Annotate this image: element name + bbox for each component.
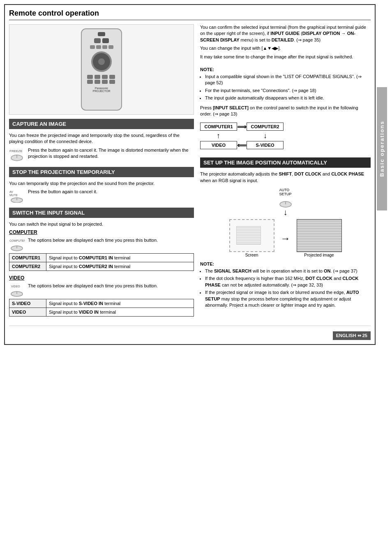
computer2-label: COMPUTER2: [9, 262, 46, 271]
remote-control-image: PanasonicPROJECTOR: [9, 24, 194, 115]
screen-label: Screen: [245, 253, 258, 257]
flow-computer1: COMPUTER1: [200, 123, 237, 131]
auto-setup-button-icon: [278, 196, 293, 208]
arrow-down-large: ↓: [284, 208, 288, 217]
video-desc: Signal input to VIDEO IN terminal: [46, 308, 194, 317]
list-item: The SIGNAL SEARCH will be in operation w…: [205, 268, 371, 274]
switch-input-header: SWITCH THE INPUT SIGNAL: [9, 208, 194, 218]
svg-text:AV: AV: [9, 190, 13, 193]
flow-diagram: COMPUTER1 ⟹ COMPUTER2 ↑ ↓ VIDEO ⟸ S-VIDE…: [200, 123, 284, 149]
computer-subtitle: COMPUTER: [9, 229, 194, 235]
freeze-button-icon: FREEZE: [9, 148, 25, 161]
arrow-up-icon: ↑: [217, 132, 220, 140]
flow-arrow-left: ⟸: [237, 141, 247, 149]
right-col-intro: You can confirm the selected input termi…: [200, 24, 371, 43]
switch-input-section: SWITCH THE INPUT SIGNAL You can switch t…: [9, 208, 194, 317]
flow-svideo: S-VIDEO: [247, 141, 284, 149]
page-number: ENGLISH ⇔ 25: [333, 331, 371, 340]
video-icon-row: VIDEO The options below are displayed ea…: [9, 283, 194, 297]
change-input-text: You can change the input with [▲▼◀▶].: [200, 45, 371, 51]
svg-text:FREEZE: FREEZE: [9, 149, 23, 153]
capture-header: CAPTURE AN IMAGE: [9, 119, 194, 129]
computer-button-icon: COMPUTER: [9, 238, 25, 251]
stop-projection-body: You can temporarily stop the projection …: [9, 180, 194, 187]
note-title: NOTE:: [200, 67, 371, 72]
svg-text:COMPUTER: COMPUTER: [9, 239, 25, 242]
auto-setup-note: NOTE: The SIGNAL SEARCH will be in opera…: [200, 261, 371, 308]
list-item: Input a compatible signal shown in the "…: [205, 74, 371, 86]
remote-brand: PanasonicPROJECTOR: [92, 87, 110, 92]
capture-section: CAPTURE AN IMAGE You can freeze the proj…: [9, 119, 194, 162]
video-button-icon: VIDEO: [9, 284, 25, 297]
computer2-desc: Signal input to COMPUTER2 IN terminal: [46, 262, 194, 271]
flow-computer2: COMPUTER2: [247, 123, 284, 131]
av-mute-text: Press the button again to cancel it.: [28, 189, 97, 195]
auto-setup-diagram-section: AUTOSETUP ↓ Screen: [200, 188, 371, 308]
table-row: COMPUTER1 Signal input to COMPUTER1 IN t…: [9, 254, 194, 262]
list-item: If the dot clock frequency is higher tha…: [205, 275, 371, 288]
auto-setup-header: SET UP THE IMAGE POSITION AUTOMATICALLY: [200, 157, 371, 168]
table-row: S-VIDEO Signal input to S-VIDEO IN termi…: [9, 299, 194, 308]
note-list: Input a compatible signal shown in the "…: [200, 74, 371, 102]
projected-image: [297, 219, 342, 252]
video-subtitle: VIDEO: [9, 275, 194, 281]
flow-top-row: COMPUTER1 ⟹ COMPUTER2: [200, 123, 284, 131]
switch-note: It may take some time to change the imag…: [200, 54, 371, 60]
capture-body: You can freeze the projected image and t…: [9, 132, 194, 145]
basic-operations-sidebar: Basic operations: [377, 87, 387, 210]
svg-text:VIDEO: VIDEO: [11, 285, 20, 288]
page-title: Remote control operation: [9, 9, 371, 20]
projected-label: Projected image: [304, 253, 334, 257]
auto-setup-note-list: The SIGNAL SEARCH will be in operation w…: [200, 268, 371, 308]
svideo-label: S-VIDEO: [9, 299, 46, 308]
stop-projection-header: STOP THE PROJECTION TEMPORARILY: [9, 167, 194, 177]
av-mute-row: AV MUTE Press the button again to cancel…: [9, 189, 194, 203]
table-row: COMPUTER2 Signal input to COMPUTER2 IN t…: [9, 262, 194, 271]
flow-video: VIDEO: [200, 141, 237, 149]
svg-text:MUTE: MUTE: [9, 194, 18, 197]
video-text: The options below are displayed each tim…: [28, 283, 158, 289]
computer-text: The options below are displayed each tim…: [28, 237, 158, 243]
input-select-text: Press [INPUT SELECT] on the control pane…: [200, 105, 371, 118]
note-section: NOTE: Input a compatible signal shown in…: [200, 67, 371, 102]
auto-setup-body: The projector automatically adjusts the …: [200, 171, 371, 184]
list-item: If the projected signal or image is too …: [205, 289, 371, 308]
auto-setup-label: AUTOSETUP: [279, 188, 291, 196]
flow-bottom-row: VIDEO ⟸ S-VIDEO: [200, 141, 284, 149]
computer1-label: COMPUTER1: [9, 254, 46, 262]
flow-arrow-right: ⟹: [237, 123, 247, 131]
freeze-row: FREEZE Press the button again to cancel …: [9, 147, 194, 162]
list-item: The input guide automatically disappears…: [205, 95, 371, 101]
computer-table: COMPUTER1 Signal input to COMPUTER1 IN t…: [9, 253, 194, 271]
stop-projection-section: STOP THE PROJECTION TEMPORARILY You can …: [9, 167, 194, 203]
auto-arrow-right-icon: →: [281, 233, 291, 244]
video-table: S-VIDEO Signal input to S-VIDEO IN termi…: [9, 299, 194, 317]
av-mute-button-icon: AV MUTE: [9, 190, 25, 203]
computer1-desc: Signal input to COMPUTER1 IN terminal: [46, 254, 194, 262]
list-item: For the input terminals, see "Connection…: [205, 88, 371, 94]
svideo-desc: Signal input to S-VIDEO IN terminal: [46, 299, 194, 308]
auto-setup-note-title: NOTE:: [200, 261, 371, 266]
video-label: VIDEO: [9, 308, 46, 317]
computer-icon-row: COMPUTER The options below are displayed…: [9, 237, 194, 251]
freeze-text: Press the button again to cancel it. The…: [28, 147, 194, 160]
bottom-row: ENGLISH ⇔ 25: [9, 326, 371, 340]
screen-before: [229, 219, 274, 252]
arrow-down-icon: ↓: [263, 132, 267, 140]
switch-input-body: You can switch the input signal to be pr…: [9, 221, 194, 227]
table-row: VIDEO Signal input to VIDEO IN terminal: [9, 308, 194, 317]
